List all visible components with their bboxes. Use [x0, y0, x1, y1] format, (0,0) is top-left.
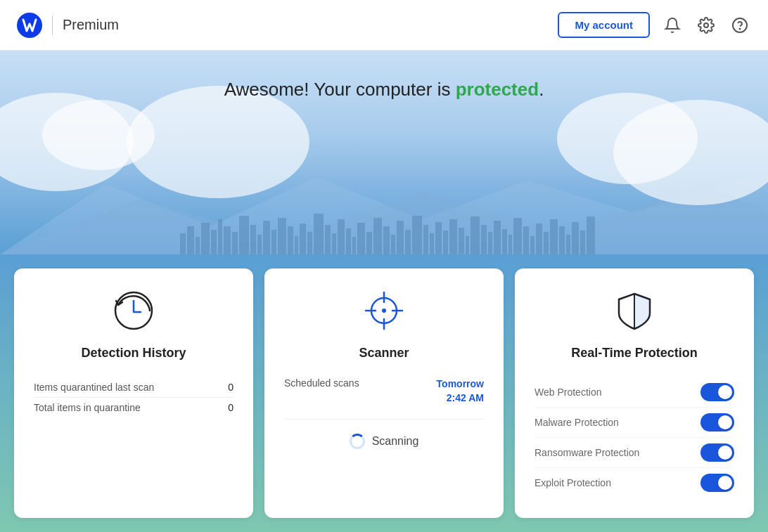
svg-rect-39	[430, 233, 434, 254]
svg-rect-14	[239, 216, 249, 254]
scheduled-scans-row: Scheduled scans Tomorrow2:42 AM	[284, 377, 484, 420]
protection-title: Real-Time Protection	[535, 346, 734, 361]
quarantined-last-scan-label: Items quarantined last scan	[34, 382, 154, 393]
svg-rect-29	[352, 237, 356, 254]
svg-rect-41	[443, 231, 448, 254]
svg-rect-51	[513, 218, 522, 254]
svg-rect-7	[187, 226, 194, 254]
svg-rect-32	[373, 218, 382, 254]
detection-history-title: Detection History	[34, 346, 233, 361]
scanner-card-content: Scheduled scans Tomorrow2:42 AM Scanning	[284, 377, 484, 449]
svg-rect-37	[412, 216, 422, 254]
svg-rect-31	[366, 232, 372, 254]
cloud-5	[613, 100, 768, 205]
svg-rect-25	[325, 225, 331, 254]
header-right: My account	[558, 12, 751, 38]
svg-rect-9	[201, 223, 210, 254]
cloud-decoration	[0, 86, 768, 212]
svg-rect-46	[481, 225, 487, 254]
svg-rect-57	[559, 226, 565, 254]
scanner-crosshair-icon	[361, 288, 407, 333]
scheduled-scans-time: Tomorrow2:42 AM	[437, 377, 484, 405]
svg-rect-52	[523, 226, 529, 254]
scanning-spinner-icon	[350, 434, 365, 449]
header-divider	[52, 15, 53, 35]
cloud-3	[127, 86, 309, 198]
svg-rect-24	[314, 214, 324, 254]
svg-rect-23	[307, 232, 312, 254]
svg-rect-53	[530, 236, 535, 254]
exploit-protection-row: Exploit Protection	[535, 468, 734, 498]
realtime-protection-card: Real-Time Protection Web Protection Malw…	[515, 268, 754, 518]
exploit-protection-label: Exploit Protection	[535, 477, 611, 488]
svg-rect-34	[391, 235, 395, 254]
detection-history-rows: Items quarantined last scan 0 Total item…	[34, 377, 233, 417]
settings-icon[interactable]	[695, 14, 717, 37]
svg-rect-47	[488, 232, 492, 254]
web-protection-row: Web Protection	[535, 377, 734, 408]
header: Premium My account	[0, 0, 768, 51]
svg-rect-19	[278, 218, 286, 254]
hero-text-before: Awesome! Your computer is	[224, 79, 456, 100]
exploit-protection-toggle[interactable]	[700, 474, 734, 492]
svg-rect-38	[423, 225, 428, 254]
total-quarantine-label: Total items in quarantine	[34, 402, 141, 413]
svg-rect-28	[346, 228, 351, 254]
detection-history-icon-area	[34, 288, 233, 333]
svg-rect-11	[218, 219, 222, 254]
detection-history-card: Detection History Items quarantined last…	[14, 268, 253, 518]
svg-rect-61	[587, 216, 595, 254]
web-protection-label: Web Protection	[535, 387, 601, 398]
svg-rect-35	[397, 221, 404, 254]
svg-rect-8	[196, 237, 200, 254]
protection-rows: Web Protection Malware Protection Ransom…	[535, 377, 734, 498]
svg-rect-60	[580, 231, 585, 254]
malwarebytes-logo-icon	[17, 13, 42, 38]
svg-point-64	[382, 309, 386, 313]
scanning-status-row: Scanning	[284, 434, 484, 449]
svg-rect-42	[449, 219, 457, 254]
svg-rect-21	[295, 236, 298, 254]
table-row: Total items in quarantine 0	[34, 398, 233, 417]
protection-icon-area	[535, 288, 734, 333]
app-title: Premium	[63, 17, 119, 33]
hero-banner: Awesome! Your computer is protected.	[0, 51, 768, 254]
svg-rect-33	[383, 226, 390, 254]
malware-protection-row: Malware Protection	[535, 408, 734, 438]
scheduled-scans-label: Scheduled scans	[284, 377, 359, 389]
svg-rect-44	[466, 236, 469, 254]
svg-rect-40	[435, 222, 442, 254]
svg-rect-15	[250, 225, 256, 254]
svg-rect-27	[338, 219, 345, 254]
svg-rect-12	[224, 226, 231, 254]
svg-point-1	[704, 23, 708, 27]
ransomware-protection-toggle[interactable]	[700, 443, 734, 462]
svg-rect-10	[211, 230, 217, 254]
svg-rect-6	[180, 233, 186, 254]
svg-rect-59	[572, 222, 579, 254]
notification-icon[interactable]	[661, 14, 684, 37]
ransomware-protection-label: Ransomware Protection	[535, 447, 639, 458]
web-protection-toggle[interactable]	[700, 383, 734, 401]
quarantined-last-scan-value: 0	[228, 382, 233, 393]
svg-rect-50	[508, 235, 512, 254]
svg-rect-20	[288, 226, 293, 254]
scanner-title: Scanner	[284, 346, 484, 361]
malware-protection-toggle[interactable]	[700, 413, 734, 432]
hero-protected-text: protected	[456, 79, 539, 100]
svg-rect-13	[232, 232, 238, 254]
svg-rect-22	[300, 223, 306, 254]
my-account-button[interactable]: My account	[558, 12, 650, 38]
clock-icon	[111, 288, 156, 333]
svg-rect-45	[471, 216, 480, 254]
total-quarantine-value: 0	[228, 402, 233, 413]
svg-rect-58	[566, 235, 570, 254]
svg-rect-26	[332, 233, 336, 254]
svg-rect-18	[271, 230, 276, 254]
scanning-label: Scanning	[372, 435, 419, 448]
svg-rect-48	[494, 221, 501, 254]
scanner-icon-area	[284, 288, 484, 333]
help-icon[interactable]	[729, 14, 751, 37]
malware-protection-label: Malware Protection	[535, 417, 619, 428]
svg-rect-17	[263, 221, 270, 254]
